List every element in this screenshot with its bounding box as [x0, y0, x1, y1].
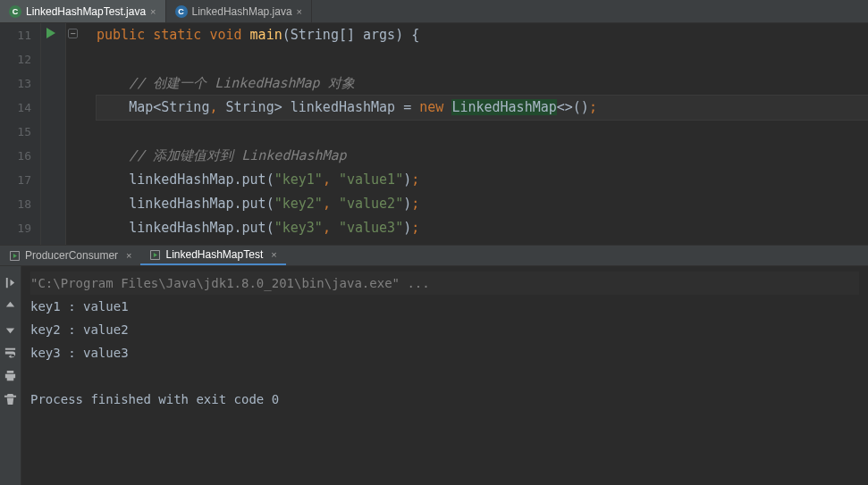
- code-line[interactable]: // 添加键值对到 LinkedHashMap: [97, 144, 868, 168]
- file-tab-1[interactable]: CLinkedHashMap.java×: [166, 0, 313, 22]
- run-tool-window: "C:\Program Files\Java\jdk1.8.0_201\bin\…: [0, 266, 868, 485]
- file-tab-label: LinkedHashMap.java: [192, 5, 292, 18]
- collapse-icon[interactable]: [4, 275, 18, 289]
- console-toolbar: [0, 266, 21, 485]
- close-icon[interactable]: ×: [297, 6, 302, 17]
- run-tab-1[interactable]: LinkedHashMapTest×: [140, 246, 285, 265]
- line-number-gutter: 111213141516171819: [0, 23, 41, 245]
- run-config-icon: [9, 250, 21, 262]
- file-tab-0[interactable]: CLinkedHashMapTest.java×: [0, 0, 166, 22]
- console-line: key3 : value3: [30, 341, 859, 364]
- console-line: [30, 364, 859, 388]
- close-icon[interactable]: ×: [150, 6, 156, 17]
- run-tab-label: LinkedHashMapTest: [165, 248, 263, 261]
- console-line: Process finished with exit code 0: [30, 388, 859, 411]
- run-gutter: [41, 23, 66, 245]
- code-line[interactable]: Map<String, String> linkedHashMap = new …: [97, 96, 868, 120]
- play-icon[interactable]: [46, 28, 55, 38]
- console-line: key1 : value1: [30, 295, 859, 318]
- code-line[interactable]: public static void main(String[] args) {: [97, 23, 868, 47]
- wrap-icon[interactable]: [4, 345, 18, 359]
- code-editor[interactable]: 111213141516171819 − public static void …: [0, 23, 868, 245]
- run-panel-tab-bar: ProducerConsumer×LinkedHashMapTest×: [0, 245, 868, 266]
- run-tab-0[interactable]: ProducerConsumer×: [0, 246, 140, 265]
- up-icon[interactable]: [4, 298, 18, 313]
- console-output[interactable]: "C:\Program Files\Java\jdk1.8.0_201\bin\…: [21, 266, 868, 485]
- code-line[interactable]: // 创建一个 LinkedHashMap 对象: [97, 71, 868, 96]
- trash-icon[interactable]: [4, 391, 18, 406]
- down-icon[interactable]: [4, 322, 18, 336]
- code-area[interactable]: public static void main(String[] args) {…: [86, 23, 868, 245]
- class-icon: C: [9, 5, 21, 18]
- code-line[interactable]: linkedHashMap.put("key2", "value2");: [97, 192, 868, 216]
- code-line[interactable]: [97, 47, 868, 71]
- code-line[interactable]: [97, 120, 868, 144]
- console-command: "C:\Program Files\Java\jdk1.8.0_201\bin\…: [30, 272, 859, 295]
- close-icon[interactable]: ×: [271, 249, 276, 260]
- file-tab-bar: CLinkedHashMapTest.java×CLinkedHashMap.j…: [0, 0, 868, 23]
- run-tab-label: ProducerConsumer: [25, 249, 118, 262]
- fold-toggle-icon[interactable]: −: [68, 29, 78, 38]
- file-tab-label: LinkedHashMapTest.java: [26, 5, 146, 18]
- code-line[interactable]: linkedHashMap.put("key3", "value3");: [97, 216, 868, 240]
- class-icon: C: [175, 5, 188, 18]
- code-line[interactable]: linkedHashMap.put("key1", "value1");: [97, 168, 868, 192]
- run-config-icon: [149, 249, 161, 261]
- print-icon[interactable]: [4, 368, 18, 382]
- fold-gutter: −: [66, 23, 86, 245]
- close-icon[interactable]: ×: [126, 250, 131, 261]
- console-line: key2 : value2: [30, 318, 859, 341]
